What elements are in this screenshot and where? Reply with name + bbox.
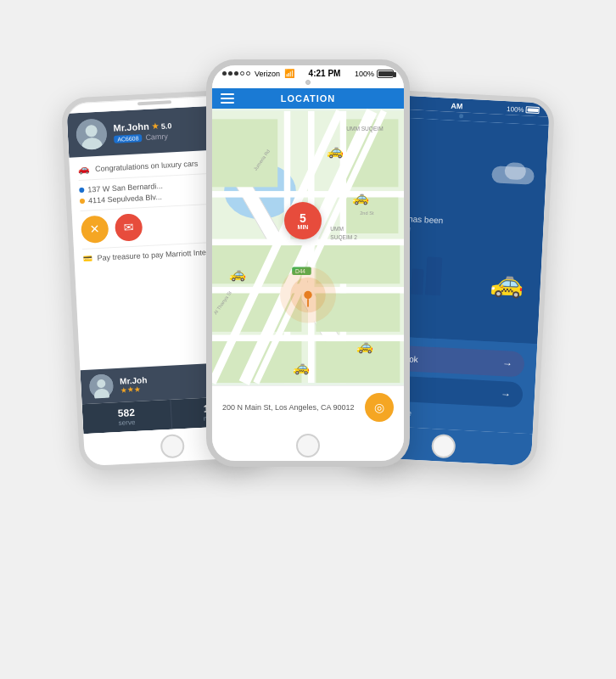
map-header: LOCATION: [212, 88, 404, 109]
home-button-center[interactable]: [212, 429, 404, 461]
battery-icon: [377, 70, 394, 78]
car-info-text: Congratulations on luxury cars: [95, 159, 199, 172]
svg-text:UMM SUQEIM: UMM SUQEIM: [346, 126, 384, 132]
map-svg: Jumeria Rd 2nd St Al Thanya St UMM SUQEI…: [212, 109, 404, 385]
building-3: [411, 269, 424, 295]
map-area[interactable]: Jumeria Rd 2nd St Al Thanya St UMM SUQEI…: [212, 109, 404, 385]
stat-serve: 582 serve: [82, 400, 172, 434]
home-circle-right: [431, 434, 456, 458]
svg-rect-16: [212, 335, 404, 342]
svg-rect-13: [212, 191, 404, 198]
rating-value: 5.0: [161, 121, 172, 131]
battery-pct: 100%: [355, 70, 374, 78]
center-time: 4:21 PM: [309, 69, 341, 78]
phone-center: Verizon 📶 4:21 PM 100% LOCATION: [206, 59, 410, 467]
star-icon: ★: [152, 122, 160, 131]
car-model: Camry: [145, 132, 168, 142]
address-text: 200 N Main St, Los Angeles, CA 90012: [222, 403, 355, 412]
route-to-text: 4114 Sepulveda Blv...: [88, 193, 162, 205]
hamburger-menu[interactable]: [221, 93, 234, 104]
center-notch: Verizon 📶 4:21 PM 100%: [212, 65, 404, 78]
right-time: AM: [451, 102, 463, 111]
svg-text:UMM: UMM: [330, 226, 344, 232]
message-button[interactable]: ✉: [115, 213, 143, 242]
signal-dot-1: [222, 71, 227, 76]
signal-dot-2: [228, 71, 232, 76]
share-arrow-icon: →: [501, 388, 512, 401]
driver-badge: AC6608: [114, 134, 143, 143]
min-unit: MIN: [298, 224, 309, 230]
facebook-arrow-icon: →: [502, 357, 513, 370]
battery-area: 100%: [355, 70, 394, 78]
cloud-2: [504, 162, 526, 180]
taxi-3: 🚕: [229, 266, 246, 282]
camera-dot: [305, 80, 311, 85]
building-4: [425, 256, 442, 295]
location-button[interactable]: ◎: [365, 393, 394, 422]
signal-dot-5: [246, 71, 250, 76]
signal-dot-3: [234, 71, 238, 76]
phones-container: Mr.John ★ 5.0 AC6608 Camry 🚗 Congratulat…: [70, 42, 546, 637]
camera-right: [458, 114, 462, 118]
signal-area: Verizon 📶: [222, 69, 294, 78]
dot-from: [79, 188, 84, 193]
map-title: LOCATION: [281, 93, 336, 104]
svg-text:2nd St: 2nd St: [360, 210, 374, 216]
card-icon: 💳: [82, 254, 92, 263]
taxi-4: 🚕: [356, 338, 373, 354]
svg-text:SUQEIM 2: SUQEIM 2: [330, 234, 357, 241]
home-circle-center: [296, 434, 320, 457]
footer-avatar: [89, 373, 114, 398]
taxi-illustration: 🚕: [490, 266, 525, 300]
taxi-5: 🚕: [293, 359, 310, 375]
car-icon: 🚗: [78, 163, 91, 175]
min-num: 5: [300, 212, 306, 224]
dot-to: [80, 199, 85, 204]
cancel-button[interactable]: ✕: [81, 215, 109, 244]
right-battery: 100%: [507, 105, 540, 115]
svg-point-39: [304, 291, 311, 299]
wifi-icon: 📶: [284, 69, 294, 78]
avatar: [76, 118, 108, 150]
map-bottom-bar: 200 N Main St, Los Angeles, CA 90012 ◎: [212, 385, 404, 429]
home-circle-left: [160, 434, 185, 458]
carrier-text: Verizon: [255, 70, 280, 78]
signal-dot-4: [240, 71, 244, 76]
camera-area: [212, 78, 404, 88]
route-from-text: 137 W San Bernardi...: [87, 182, 163, 194]
taxi-1: 🚕: [352, 189, 369, 205]
speaker-left: [137, 100, 171, 105]
time-marker: 5 MIN: [284, 202, 322, 239]
taxi-2: 🚕: [327, 143, 344, 159]
